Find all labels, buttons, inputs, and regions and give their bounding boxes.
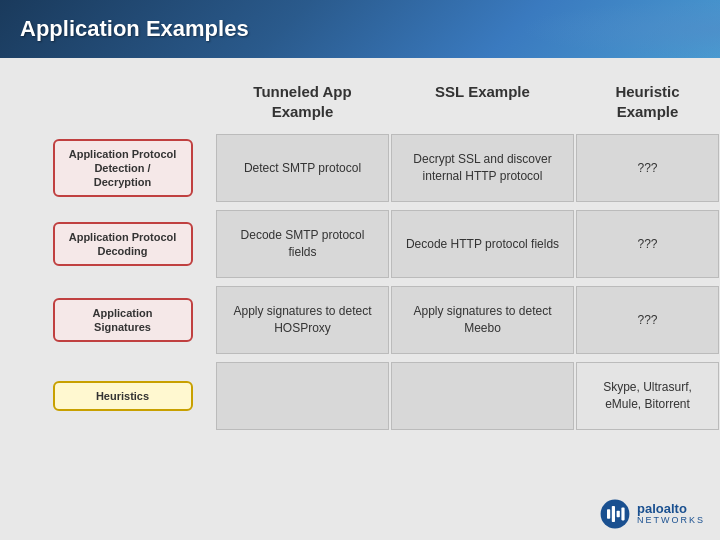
svg-rect-3 [617,511,620,517]
col-header-3: Heuristic Example [575,78,720,125]
logo-text-bottom: NETWORKS [637,516,705,526]
column-headers: Tunneled App Example SSL Example Heurist… [30,78,690,125]
logo-text: paloalto NETWORKS [637,502,705,526]
row-2-cell-2: Decode HTTP protocol fields [391,210,574,278]
row-3-cell-2: Apply signatures to detect Meebo [391,286,574,354]
header: Application Examples [0,0,720,58]
row-4: Heuristics Skype, Ultrasurf, eMule, Bito… [30,361,690,431]
row-1-label: Application Protocol Detection / Decrypt… [30,133,215,203]
col-header-1: Tunneled App Example [215,78,390,125]
footer: paloalto NETWORKS [599,498,705,530]
row-3-cell-3: ??? [576,286,719,354]
svg-rect-4 [621,508,624,521]
row-1-cell-2: Decrypt SSL and discover internal HTTP p… [391,134,574,202]
row-2-cell-3: ??? [576,210,719,278]
row-2: Application Protocol Decoding Decode SMT… [30,209,690,279]
row-2-cell-1: Decode SMTP protocol fields [216,210,389,278]
row-3-cell-1: Apply signatures to detect HOSProxy [216,286,389,354]
row-3-label: Application Signatures [30,285,215,355]
row-2-label: Application Protocol Decoding [30,209,215,279]
row-3: Application Signatures Apply signatures … [30,285,690,355]
col-header-2: SSL Example [390,78,575,125]
col-header-empty [30,78,215,125]
row-4-cell-2 [391,362,574,430]
row-1-cell-3: ??? [576,134,719,202]
svg-rect-2 [612,506,615,522]
header-title: Application Examples [20,16,249,42]
row-2-label-box: Application Protocol Decoding [53,222,193,267]
row-1: Application Protocol Detection / Decrypt… [30,133,690,203]
row-4-cell-3: Skype, Ultrasurf, eMule, Bitorrent [576,362,719,430]
main-content: Tunneled App Example SSL Example Heurist… [0,58,720,457]
row-1-cell-1: Detect SMTP protocol [216,134,389,202]
row-4-label-box: Heuristics [53,381,193,411]
svg-rect-1 [607,509,610,519]
row-3-label-box: Application Signatures [53,298,193,343]
row-4-cell-1 [216,362,389,430]
logo-icon [599,498,631,530]
row-4-label: Heuristics [30,361,215,431]
palo-alto-logo: paloalto NETWORKS [599,498,705,530]
logo-text-top: paloalto [637,502,705,516]
row-1-label-box: Application Protocol Detection / Decrypt… [53,139,193,198]
